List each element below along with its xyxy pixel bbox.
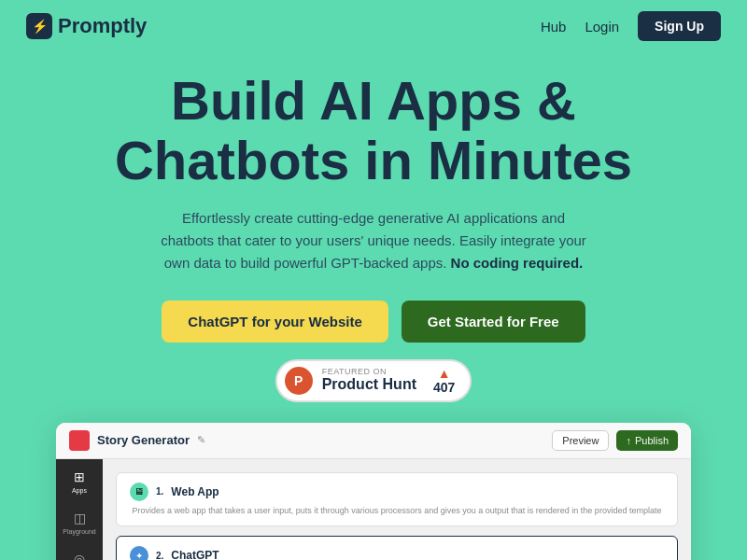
step1-header: 🖥 1. Web App <box>130 483 664 501</box>
apps-icon: ⊞ <box>71 469 88 485</box>
app-title: Story Generator <box>97 433 190 447</box>
nav-links: Hub Login Sign Up <box>541 11 721 41</box>
navbar: Promptly Hub Login Sign Up <box>0 0 747 52</box>
step-card-webapp: 🖥 1. Web App Provides a web app that tak… <box>116 472 678 527</box>
step2-number: 2. <box>156 551 163 560</box>
step1-label: Web App <box>171 485 218 498</box>
ph-featured-label: FEATURED ON <box>322 368 387 376</box>
sidebar-item-discover[interactable]: ◎ Discover <box>66 551 92 560</box>
ph-text: FEATURED ON Product Hunt <box>322 368 416 393</box>
sidebar-item-playground[interactable]: ◫ Playground <box>66 510 92 536</box>
sidebar-apps-label: Apps <box>72 487 87 494</box>
app-content: 🖥 1. Web App Provides a web app that tak… <box>103 459 691 560</box>
chatgpt-button[interactable]: ChatGPT for your Website <box>162 301 388 343</box>
app-body: ⊞ Apps ◫ Playground ◎ Discover ⊡ Endpoin… <box>56 459 691 560</box>
logo-text: Promptly <box>58 14 147 38</box>
step1-number: 1. <box>156 486 163 497</box>
step-card-chatgpt: ✦ 2. ChatGPT Takes a series of messages … <box>116 536 678 560</box>
ph-arrow-icon: ▲ <box>438 367 451 380</box>
logo: Promptly <box>26 13 147 39</box>
step1-desc: Provides a web app that takes a user inp… <box>130 505 664 517</box>
ph-count-wrap: ▲ 407 <box>433 367 455 395</box>
app-header-right: Preview ↑ Publish <box>552 430 678 451</box>
publish-icon: ↑ <box>626 435 631 446</box>
publish-button[interactable]: ↑ Publish <box>616 430 678 451</box>
step2-icon: ✦ <box>130 546 148 560</box>
ph-logo-icon: P <box>285 367 313 395</box>
sidebar-playground-label: Playground <box>63 528 95 535</box>
product-hunt-badge[interactable]: P FEATURED ON Product Hunt ▲ 407 <box>275 359 472 402</box>
ph-name-label: Product Hunt <box>322 376 416 393</box>
nav-hub[interactable]: Hub <box>541 19 567 35</box>
step1-icon: 🖥 <box>130 483 148 501</box>
step2-header: ✦ 2. ChatGPT <box>130 546 664 560</box>
edit-icon[interactable]: ✎ <box>197 434 205 446</box>
hero-title-line1: Build AI Apps & <box>171 70 576 131</box>
get-started-button[interactable]: Get Started for Free <box>402 301 585 343</box>
app-header: Story Generator ✎ Preview ↑ Publish <box>56 423 691 459</box>
sidebar-item-apps[interactable]: ⊞ Apps <box>66 469 92 495</box>
logo-icon <box>26 13 52 39</box>
preview-button[interactable]: Preview <box>552 430 609 451</box>
hero-subtitle: Effortlessly create cutting-edge generat… <box>159 207 588 274</box>
app-header-left: Story Generator ✎ <box>69 430 205 451</box>
hero-subtitle-bold: No coding required. <box>451 255 584 271</box>
publish-label: Publish <box>635 435 669 446</box>
app-preview: Story Generator ✎ Preview ↑ Publish ⊞ Ap… <box>56 423 691 560</box>
signup-button[interactable]: Sign Up <box>638 11 721 41</box>
app-sidebar: ⊞ Apps ◫ Playground ◎ Discover ⊡ Endpoin… <box>56 459 103 560</box>
discover-icon: ◎ <box>71 551 88 560</box>
app-icon <box>69 430 90 451</box>
nav-login[interactable]: Login <box>585 19 619 35</box>
step2-label: ChatGPT <box>171 549 218 560</box>
hero-section: Build AI Apps & Chatbots in Minutes Effo… <box>0 52 747 560</box>
hero-title: Build AI Apps & Chatbots in Minutes <box>115 71 632 190</box>
cta-buttons: ChatGPT for your Website Get Started for… <box>162 301 585 343</box>
ph-vote-count: 407 <box>433 380 455 395</box>
hero-title-line2: Chatbots in Minutes <box>115 130 632 190</box>
playground-icon: ◫ <box>71 510 88 526</box>
